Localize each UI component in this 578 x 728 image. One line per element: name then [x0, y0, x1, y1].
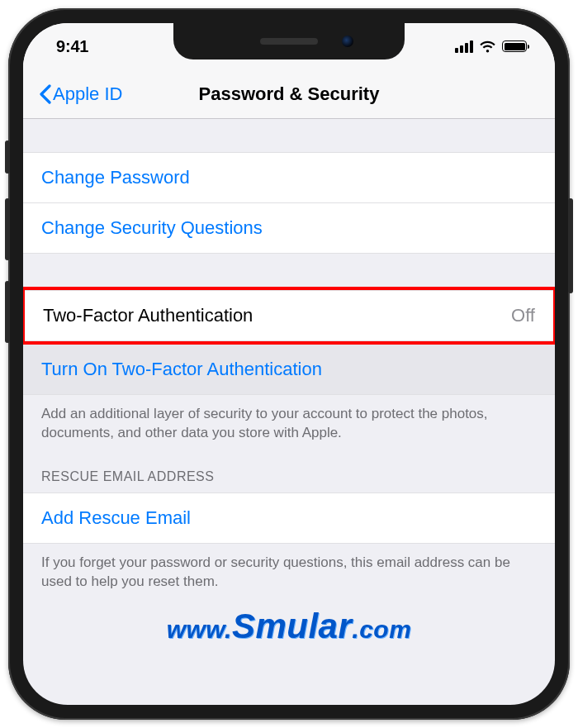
chevron-left-icon: [38, 84, 51, 104]
rescue-email-footer: If you forget your password or security …: [23, 544, 555, 598]
wifi-icon: [479, 40, 496, 53]
settings-content: Change Password Change Security Question…: [23, 119, 555, 646]
cellular-signal-icon: [455, 40, 473, 53]
two-factor-status-cell[interactable]: Two-Factor Authentication Off: [25, 290, 553, 341]
two-factor-footer: Add an additional layer of security to y…: [23, 395, 555, 450]
change-password-label: Change Password: [41, 167, 190, 188]
watermark: www.Smular.com: [23, 607, 555, 646]
notch: [173, 23, 405, 59]
watermark-prefix: www.: [167, 616, 232, 643]
power-button: [568, 198, 573, 293]
change-password-cell[interactable]: Change Password: [23, 152, 555, 203]
battery-icon: [502, 40, 527, 52]
phone-screen: 9:41 Apple ID Password & Security: [23, 23, 555, 705]
volume-up: [5, 198, 10, 260]
two-factor-label: Two-Factor Authentication: [43, 305, 253, 326]
change-security-questions-cell[interactable]: Change Security Questions: [23, 203, 555, 254]
two-factor-value: Off: [511, 305, 535, 326]
add-rescue-email-label: Add Rescue Email: [41, 507, 191, 529]
turn-on-two-factor-cell[interactable]: Turn On Two-Factor Authentication: [23, 345, 555, 395]
page-title: Password & Security: [199, 83, 380, 105]
back-label: Apple ID: [53, 83, 122, 105]
change-security-questions-label: Change Security Questions: [41, 217, 263, 239]
add-rescue-email-cell[interactable]: Add Rescue Email: [23, 492, 555, 544]
speaker-grille: [260, 38, 318, 45]
volume-down: [5, 281, 10, 343]
watermark-suffix: .com: [352, 616, 411, 643]
turn-on-two-factor-label: Turn On Two-Factor Authentication: [41, 359, 322, 380]
highlight-annotation: Two-Factor Authentication Off: [23, 287, 555, 345]
status-indicators: [455, 40, 527, 53]
status-time: 9:41: [56, 37, 88, 56]
phone-frame: 9:41 Apple ID Password & Security: [8, 8, 570, 720]
watermark-brand: Smular: [232, 607, 352, 645]
mute-switch: [5, 140, 10, 174]
nav-bar: Apple ID Password & Security: [23, 69, 555, 119]
front-camera: [342, 36, 353, 47]
rescue-email-header: RESCUE EMAIL ADDRESS: [23, 450, 555, 492]
back-button[interactable]: Apple ID: [38, 83, 122, 105]
